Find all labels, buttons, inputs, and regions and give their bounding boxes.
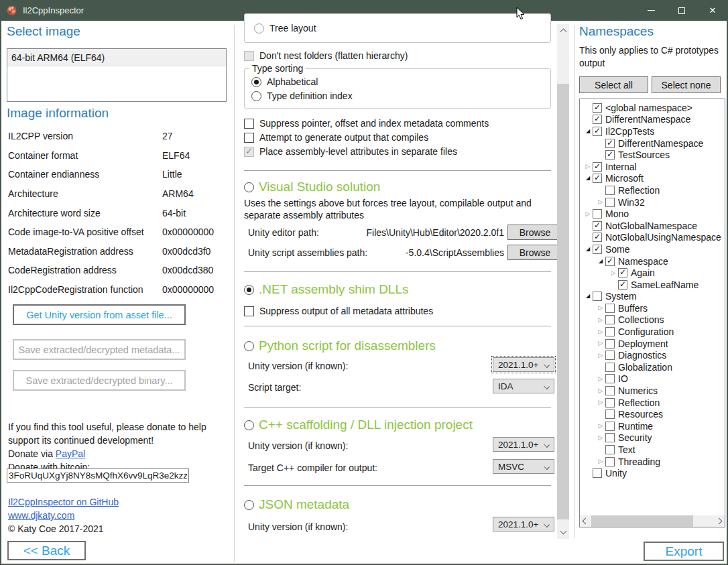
tree-checkbox[interactable] [605,304,615,313]
tree-item[interactable]: ▷Internal [580,161,725,173]
tree-item[interactable]: ▷Deployment [580,338,725,350]
tree-item[interactable]: ▷Collections [580,314,725,326]
cpp-unity-version-combobox[interactable]: 2021.1.0+ [493,437,554,452]
suppress-comments-option[interactable]: Suppress pointer, offset and index metad… [244,118,489,129]
tree-checkbox[interactable] [593,468,602,478]
attempt-compile-checkbox[interactable] [244,133,254,143]
collapsed-expander-icon[interactable]: ▷ [596,199,605,205]
get-unity-version-button[interactable]: Get Unity version from asset file... [13,304,186,325]
tree-item[interactable]: Reflection [580,184,725,196]
cpp-compiler-combobox[interactable]: MSVC [493,459,554,474]
tree-item[interactable]: ▷Threading [580,456,725,468]
python-radio[interactable] [244,341,254,351]
tree-checkbox[interactable] [605,433,615,442]
browse-editor-path-button[interactable]: Browse [507,225,562,240]
tree-checkbox[interactable] [605,339,615,349]
tree-checkbox[interactable] [593,209,602,218]
tree-item[interactable]: ◢Microsoft [580,173,725,185]
tree-checkbox[interactable] [605,445,615,454]
tree-horizontal-scrollbar[interactable] [580,515,725,527]
tree-checkbox[interactable] [593,292,602,301]
tree-item[interactable]: Resources [580,408,725,420]
tree-checkbox[interactable] [593,174,602,183]
tree-layout-option[interactable]: Tree layout [254,23,316,34]
expanded-expander-icon[interactable]: ◢ [583,247,593,252]
tree-item[interactable]: ▷Diagnostics [580,349,725,361]
unity-editor-path-input[interactable]: Files\Unity\Hub\Editor\2020.2.0f1 [349,227,504,241]
save-metadata-button[interactable]: Save extracted/decrypted metadata... [13,339,186,360]
tree-checkbox[interactable] [605,139,615,148]
dont-nest-option[interactable]: Don't nest folders (flatten hierarchy) [244,50,408,61]
tree-item[interactable]: ▷Reflection [580,397,725,409]
visual-studio-radio[interactable] [244,182,254,192]
tree-item[interactable]: ▷Configuration [580,326,725,338]
collapsed-expander-icon[interactable]: ▷ [596,340,605,347]
alphabetical-option[interactable]: Alphabetical [251,76,318,87]
tree-item[interactable]: Globalization [580,361,725,373]
tree-checkbox[interactable] [605,457,615,466]
scroll-up-arrow[interactable] [557,24,569,36]
browse-assemblies-path-button[interactable]: Browse [507,245,562,260]
collapsed-expander-icon[interactable]: ▷ [583,164,593,170]
tree-checkbox[interactable] [605,327,615,336]
tree-item[interactable]: ◢Il2CppTests [580,125,725,137]
expanded-expander-icon[interactable]: ◢ [596,259,605,264]
tree-item[interactable]: NotGlobalNamespace [580,220,725,232]
collapsed-expander-icon[interactable]: ▷ [596,329,605,335]
tree-checkbox[interactable] [618,268,627,277]
tree-item[interactable]: NotGlobalUsingNamespace [580,232,725,244]
tree-checkbox[interactable] [605,410,615,419]
collapsed-expander-icon[interactable]: ▷ [596,388,605,394]
tree-checkbox[interactable] [618,280,627,290]
tree-item[interactable]: ◢Some [580,243,725,255]
tree-item[interactable]: DifferentNamespace [580,114,725,126]
tree-item[interactable]: ▷Again [580,267,725,279]
select-none-button[interactable]: Select none [652,76,721,93]
tree-item[interactable]: <global namespace> [580,102,725,114]
type-def-index-option[interactable]: Type definition index [251,90,353,101]
tree-checkbox[interactable] [605,257,615,266]
tree-checkbox[interactable] [593,115,602,124]
maximize-button[interactable] [666,0,697,21]
tree-checkbox[interactable] [593,127,602,136]
visual-studio-section-header[interactable]: Visual Studio solution [244,180,380,194]
suppress-comments-checkbox[interactable] [244,119,254,129]
tree-layout-radio[interactable] [254,23,264,34]
expanded-expander-icon[interactable]: ◢ [583,176,593,181]
collapsed-expander-icon[interactable]: ▷ [596,458,605,464]
tree-item[interactable]: ▷Runtime [580,420,725,432]
json-unity-version-combobox[interactable]: 2021.1.0+ [493,517,554,531]
export-button[interactable]: Export [644,542,724,561]
image-list-item[interactable]: 64-bit ARM64 (ELF64) [7,49,226,66]
tree-checkbox[interactable] [605,374,615,383]
collapsed-expander-icon[interactable]: ▷ [596,399,605,405]
suppress-metadata-option[interactable]: Suppress output of all metadata attribut… [244,306,433,316]
python-section-header[interactable]: Python script for disassemblers [244,338,436,353]
minimize-button[interactable] [635,0,666,21]
options-scrollbar[interactable] [557,24,569,539]
collapsed-expander-icon[interactable]: ▷ [596,305,605,311]
collapsed-expander-icon[interactable]: ▷ [583,211,593,217]
tree-checkbox[interactable] [605,198,615,207]
select-all-button[interactable]: Select all [579,76,648,93]
collapsed-expander-icon[interactable]: ▷ [596,435,605,441]
tree-checkbox[interactable] [605,186,615,195]
separate-attributes-option[interactable]: Place assembly-level attributes in separ… [244,146,457,157]
tree-checkbox[interactable] [605,150,615,160]
tree-item[interactable]: ▷Mono [580,208,725,220]
expanded-expander-icon[interactable]: ◢ [583,129,593,134]
tree-item[interactable]: ◢Namespace [580,255,725,267]
scroll-left-arrow[interactable] [580,515,591,527]
paypal-link[interactable]: PayPal [56,448,85,459]
collapsed-expander-icon[interactable]: ▷ [596,317,605,323]
tree-item[interactable]: ▷Win32 [580,196,725,208]
tree-checkbox[interactable] [593,221,602,231]
expanded-expander-icon[interactable]: ◢ [583,294,593,299]
tree-item[interactable]: TestSources [580,149,725,161]
scrollbar-thumb[interactable] [557,84,569,519]
tree-item[interactable]: ◢System [580,291,725,303]
collapsed-expander-icon[interactable]: ▷ [596,423,605,429]
suppress-metadata-checkbox[interactable] [244,306,254,316]
image-listbox[interactable]: 64-bit ARM64 (ELF64) [7,48,227,102]
scroll-right-arrow[interactable] [713,515,725,527]
